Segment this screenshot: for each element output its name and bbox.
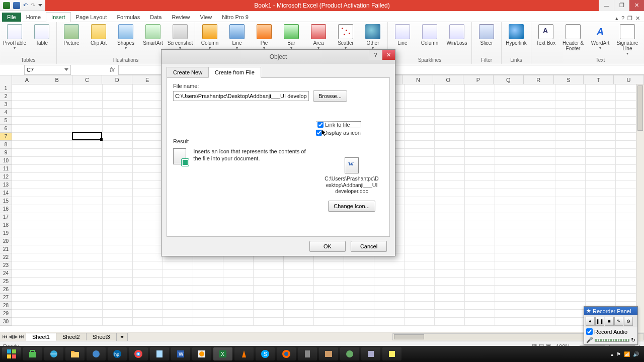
task-excel-icon[interactable]: X (213, 347, 232, 360)
column-header-A[interactable]: A (12, 75, 42, 84)
select-all-button[interactable] (0, 75, 12, 84)
row-header-14[interactable]: 14 (0, 189, 12, 197)
row-header-19[interactable]: 19 (0, 229, 12, 237)
rec-tools-button[interactable]: ✎ (614, 317, 623, 326)
dialog-close-button[interactable]: ✕ (382, 50, 395, 60)
column-header-O[interactable]: O (433, 75, 463, 84)
column-header-E[interactable]: E (132, 75, 163, 84)
row-header-25[interactable]: 25 (0, 278, 12, 286)
row-header-21[interactable]: 21 (0, 245, 12, 253)
row-header-5[interactable]: 5 (0, 117, 12, 125)
vertical-scrollbar[interactable] (636, 84, 644, 332)
textbox-button[interactable]: Text Box (534, 23, 557, 46)
undo-icon[interactable]: ↶ (23, 2, 28, 9)
qat-customize-icon[interactable] (38, 4, 42, 7)
minimize-ribbon-icon[interactable]: ▴ (615, 15, 618, 22)
row-header-2[interactable]: 2 (0, 93, 12, 101)
task-calc-icon[interactable] (298, 347, 317, 360)
chart-column-button[interactable]: Column▾ (198, 23, 221, 50)
task-hp-icon[interactable]: hp (108, 347, 127, 360)
tab-data[interactable]: Data (145, 13, 167, 22)
file-name-input[interactable] (173, 91, 309, 101)
column-header-T[interactable]: T (584, 75, 614, 84)
recorder-panel[interactable]: ★Recorder Panel ● ❚❚ ■ ✎ ⚙ Record Audio … (584, 306, 638, 345)
row-header-30[interactable]: 30 (0, 318, 12, 326)
screenshot-button[interactable]: Screenshot▾ (169, 23, 192, 50)
shapes-button[interactable]: Shapes▾ (114, 23, 137, 50)
dialog-help-button[interactable]: ? (369, 50, 382, 60)
hyperlink-button[interactable]: Hyperlink (505, 23, 528, 46)
row-header-27[interactable]: 27 (0, 294, 12, 302)
column-header-C[interactable]: C (72, 75, 103, 84)
ok-button[interactable]: OK (309, 241, 346, 252)
doc-restore-icon[interactable]: ❐ (627, 15, 632, 22)
tab-insert[interactable]: Insert (46, 12, 71, 22)
column-header-Q[interactable]: Q (494, 75, 524, 84)
task-vlc-icon[interactable] (234, 347, 254, 360)
chart-pie-button[interactable]: Pie▾ (253, 23, 276, 50)
tab-page-layout[interactable]: Page Layout (71, 13, 112, 22)
task-ie-icon[interactable] (44, 347, 63, 360)
column-header-B[interactable]: B (42, 75, 72, 84)
new-sheet-button[interactable]: ✦ (116, 333, 128, 341)
fx-icon[interactable]: fx (106, 66, 118, 73)
row-header-3[interactable]: 3 (0, 101, 12, 109)
column-header-R[interactable]: R (524, 75, 554, 84)
column-header-D[interactable]: D (102, 75, 132, 84)
row-header-12[interactable]: 12 (0, 173, 12, 181)
row-header-7[interactable]: 7 (0, 133, 12, 141)
task-chrome-icon[interactable] (129, 347, 148, 360)
sparkline-line-button[interactable]: Line (391, 23, 414, 46)
row-header-11[interactable]: 11 (0, 165, 12, 173)
header-footer-button[interactable]: Header & Footer (561, 23, 585, 51)
task-generic-1-icon[interactable] (319, 347, 338, 360)
row-header-23[interactable]: 23 (0, 261, 12, 269)
row-header-18[interactable]: 18 (0, 221, 12, 229)
redo-icon[interactable]: ↷ (31, 2, 35, 9)
tab-view[interactable]: View (195, 13, 217, 22)
audio-refresh-icon[interactable]: ↻ (631, 337, 635, 343)
smartart-button[interactable]: SmartArt (141, 23, 165, 46)
chart-other-button[interactable]: Other▾ (361, 23, 384, 50)
tab-review[interactable]: Review (167, 13, 195, 22)
row-header-15[interactable]: 15 (0, 197, 12, 205)
task-app-icon[interactable] (87, 347, 106, 360)
chart-scatter-button[interactable]: Scatter▾ (334, 23, 357, 50)
cancel-button[interactable]: Cancel (351, 241, 387, 252)
sheet-tab-1[interactable]: Sheet1 (26, 333, 56, 341)
slicer-button[interactable]: Slicer (475, 23, 498, 46)
row-header-8[interactable]: 8 (0, 141, 12, 149)
row-header-22[interactable]: 22 (0, 253, 12, 261)
task-generic-3-icon[interactable] (361, 347, 380, 360)
chart-line-button[interactable]: Line▾ (225, 23, 249, 50)
tab-create-from-file[interactable]: Create from File (208, 67, 261, 78)
tab-create-new[interactable]: Create New (167, 67, 209, 78)
rec-settings-button[interactable]: ⚙ (624, 317, 633, 326)
pivottable-button[interactable]: PivotTable▾ (3, 23, 26, 50)
row-header-26[interactable]: 26 (0, 286, 12, 294)
tray-volume-icon[interactable]: 🔊 (633, 351, 639, 357)
picture-button[interactable]: Picture (60, 23, 83, 46)
table-button[interactable]: Table (30, 23, 53, 46)
tray-up-icon[interactable]: ▴ (611, 351, 613, 357)
row-header-4[interactable]: 4 (0, 109, 12, 117)
tab-nitro[interactable]: Nitro Pro 9 (217, 13, 254, 22)
row-header-9[interactable]: 9 (0, 149, 12, 157)
row-header-17[interactable]: 17 (0, 213, 12, 221)
audio-level-slider[interactable] (595, 339, 629, 342)
sparkline-winloss-button[interactable]: Win/Loss (445, 23, 468, 46)
task-generic-4-icon[interactable] (382, 347, 401, 360)
row-header-13[interactable]: 13 (0, 181, 12, 189)
task-explorer-icon[interactable] (65, 347, 85, 360)
row-header-24[interactable]: 24 (0, 269, 12, 278)
browse-button[interactable]: Browse... (313, 90, 347, 102)
help-icon[interactable]: ? (621, 15, 624, 22)
task-skype-icon[interactable]: S (256, 347, 275, 360)
task-notepad-icon[interactable] (150, 347, 169, 360)
row-header-1[interactable]: 1 (0, 84, 12, 93)
column-header-N[interactable]: N (403, 75, 433, 84)
wordart-button[interactable]: AWordArt▾ (589, 23, 612, 50)
task-word-icon[interactable]: W (171, 347, 190, 360)
sheet-tab-2[interactable]: Sheet2 (56, 333, 87, 340)
task-generic-2-icon[interactable] (340, 347, 359, 360)
